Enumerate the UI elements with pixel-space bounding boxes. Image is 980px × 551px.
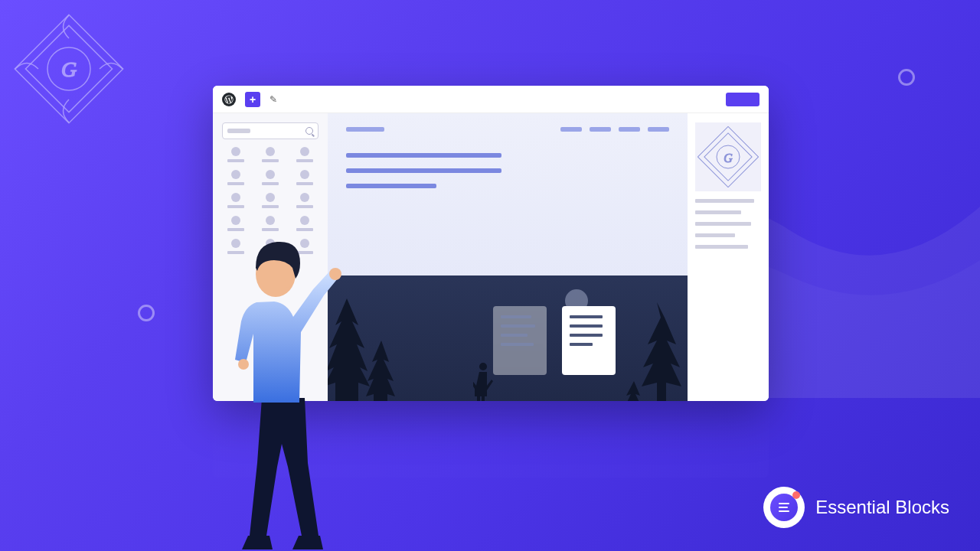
editor-topbar: + ✎: [213, 86, 769, 113]
block-item[interactable]: [290, 147, 318, 162]
block-item[interactable]: [256, 216, 285, 231]
publish-button[interactable]: [726, 93, 760, 106]
plus-icon: +: [250, 93, 256, 106]
editor-canvas[interactable]: [328, 113, 688, 401]
block-icon: [300, 147, 309, 156]
content-card[interactable]: [562, 306, 616, 375]
hero-image-block: [328, 276, 688, 401]
svg-text:G: G: [61, 57, 77, 81]
block-item[interactable]: [256, 170, 285, 185]
svg-point-10: [329, 268, 341, 280]
settings-sidebar: G: [688, 113, 769, 401]
block-label: [296, 182, 313, 185]
gutenberg-thumbnail: G: [695, 122, 761, 191]
card-line: [570, 324, 603, 328]
settings-line: [695, 210, 741, 214]
search-icon: [305, 127, 313, 135]
search-placeholder: [227, 129, 250, 133]
block-label: [227, 205, 244, 208]
block-label: [296, 205, 313, 208]
builder-person-illustration: [214, 230, 352, 551]
block-item[interactable]: [256, 193, 285, 208]
notification-dot: [792, 491, 800, 499]
card-line: [570, 334, 603, 337]
site-logo-placeholder: [346, 127, 384, 132]
block-icon: [266, 193, 275, 202]
settings-line: [695, 222, 751, 226]
block-item[interactable]: [222, 170, 250, 185]
card-line: [570, 315, 603, 318]
card-line: [501, 324, 535, 328]
block-icon: [231, 170, 240, 179]
card-line: [501, 343, 534, 346]
edit-icon[interactable]: ✎: [270, 94, 280, 105]
block-icon: [266, 147, 275, 156]
block-icon: [266, 216, 275, 225]
block-item[interactable]: [222, 147, 250, 162]
card-line: [501, 334, 528, 337]
block-item[interactable]: [256, 147, 285, 162]
block-label: [227, 159, 244, 162]
block-label: [262, 182, 279, 185]
block-label: [262, 159, 279, 162]
search-input[interactable]: [222, 122, 318, 139]
text-line: [346, 184, 436, 188]
block-item[interactable]: [290, 216, 318, 231]
block-item[interactable]: [222, 216, 250, 231]
canvas-text-block: [328, 145, 688, 196]
block-icon: [300, 170, 309, 179]
decorative-ring: [898, 69, 915, 86]
nav-placeholder: [560, 127, 669, 132]
decorative-ring: [138, 305, 155, 321]
brand-footer: Essential Blocks: [763, 487, 949, 528]
block-label: [227, 182, 244, 185]
block-icon: [266, 170, 275, 179]
brand-name: Essential Blocks: [815, 497, 949, 518]
svg-text:G: G: [724, 152, 733, 165]
content-card-ghost[interactable]: [493, 306, 547, 375]
block-icon: [300, 193, 309, 202]
text-line: [346, 153, 501, 158]
block-item[interactable]: [290, 170, 318, 185]
block-item[interactable]: [222, 193, 250, 208]
card-line: [570, 343, 593, 346]
block-label: [262, 205, 279, 208]
settings-line: [695, 245, 748, 249]
brand-logo-icon: [763, 487, 805, 528]
block-icon: [231, 216, 240, 225]
text-line: [346, 168, 501, 173]
person-silhouette: [473, 363, 493, 401]
block-icon: [231, 193, 240, 202]
block-label: [296, 159, 313, 162]
wordpress-logo-icon[interactable]: [222, 93, 236, 106]
gutenberg-badge-icon: G: [11, 11, 126, 126]
tree-silhouette: [619, 291, 688, 401]
block-icon: [300, 216, 309, 225]
settings-line: [695, 233, 735, 237]
block-icon: [231, 147, 240, 156]
card-line: [501, 315, 531, 318]
svg-point-11: [238, 359, 249, 370]
canvas-header: [328, 113, 688, 145]
svg-point-9: [285, 279, 291, 288]
block-item[interactable]: [290, 193, 318, 208]
settings-line: [695, 199, 754, 203]
add-block-button[interactable]: +: [245, 92, 260, 107]
